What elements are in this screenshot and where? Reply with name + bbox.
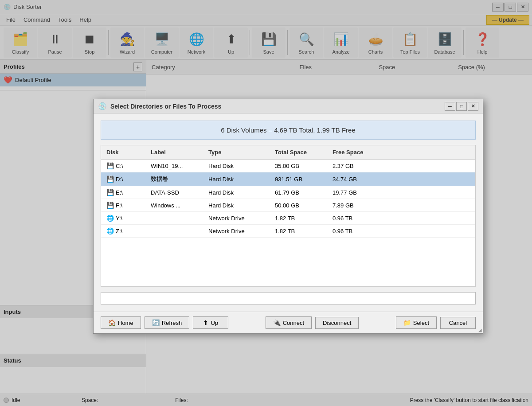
modal-controls: ─ □ ✕ bbox=[445, 102, 478, 111]
refresh-icon: 🔄 bbox=[152, 319, 160, 326]
disk-col-free: Free Space bbox=[327, 147, 385, 157]
disk-cell-type: Hard Disk bbox=[203, 161, 270, 171]
disk-cell-total: 35.00 GB bbox=[270, 161, 327, 171]
disk-table-header: Disk Label Type Total Space Free Space bbox=[101, 145, 475, 160]
disk-cell-label: Windows ... bbox=[145, 201, 203, 210]
disk-cell-free: 2.37 GB bbox=[327, 161, 385, 171]
cancel-button[interactable]: Cancel bbox=[440, 317, 476, 329]
disk-cell-disk: 💾 D:\ bbox=[101, 174, 145, 184]
disk-cell-free: 0.96 TB bbox=[327, 226, 385, 236]
modal-overlay: 💿 Select Directories or Files To Process… bbox=[0, 0, 532, 406]
disk-col-type: Type bbox=[203, 147, 270, 157]
disk-cell-type: Hard Disk bbox=[203, 188, 270, 197]
up-arrow-icon: ⬆ bbox=[203, 319, 208, 326]
select-directories-modal: 💿 Select Directories or Files To Process… bbox=[93, 99, 483, 334]
disk-cell-disk: 🌐 Y:\ bbox=[101, 213, 145, 223]
connect-label: Connect bbox=[283, 320, 304, 326]
modal-title: Select Directories or Files To Process bbox=[110, 103, 441, 110]
disk-cell-total: 1.82 TB bbox=[270, 226, 327, 236]
select-button[interactable]: 📁 Select bbox=[396, 316, 437, 329]
home-button[interactable]: 🏠 Home bbox=[101, 316, 141, 329]
disk-cell-type: Network Drive bbox=[203, 226, 270, 236]
disk-cell-disk: 🌐 Z:\ bbox=[101, 226, 145, 236]
disk-cell-type: Hard Disk bbox=[203, 175, 270, 184]
disconnect-button[interactable]: Disconnect bbox=[315, 317, 359, 329]
disk-cell-type: Hard Disk bbox=[203, 201, 270, 210]
resize-handle[interactable]: ◢ bbox=[478, 328, 482, 332]
disk-col-total: Total Space bbox=[270, 147, 327, 157]
disk-row[interactable]: 🌐 Y:\ Network Drive 1.82 TB 0.96 TB bbox=[101, 212, 475, 225]
disk-cell-disk: 💾 C:\ bbox=[101, 161, 145, 171]
disk-col-label: Label bbox=[145, 147, 203, 157]
disk-drive-icon: 💾 bbox=[106, 189, 114, 196]
path-input[interactable] bbox=[101, 292, 476, 304]
disk-cell-free: 34.74 GB bbox=[327, 175, 385, 184]
disk-cell-free: 7.89 GB bbox=[327, 201, 385, 210]
refresh-label: Refresh bbox=[162, 320, 182, 326]
up-button[interactable]: ⬆ Up bbox=[193, 316, 228, 329]
home-label: Home bbox=[118, 320, 133, 326]
cancel-label: Cancel bbox=[449, 320, 467, 326]
disk-cell-total: 61.79 GB bbox=[270, 188, 327, 197]
disconnect-label: Disconnect bbox=[323, 320, 351, 326]
disk-cell-label: 数据卷 bbox=[145, 174, 203, 184]
disk-cell-label bbox=[145, 230, 203, 232]
select-icon: 📁 bbox=[403, 319, 411, 326]
modal-titlebar: 💿 Select Directories or Files To Process… bbox=[94, 99, 483, 113]
disk-cell-label bbox=[145, 217, 203, 219]
disk-drive-icon: 🌐 bbox=[106, 215, 114, 222]
disk-cell-free: 0.96 TB bbox=[327, 214, 385, 223]
disk-cell-free: 19.77 GB bbox=[327, 188, 385, 197]
disk-row[interactable]: 💾 F:\ Windows ... Hard Disk 50.00 GB 7.8… bbox=[101, 199, 475, 212]
disk-cell-total: 931.51 GB bbox=[270, 175, 327, 184]
disk-cell-total: 1.82 TB bbox=[270, 214, 327, 223]
modal-footer: 🏠 Home 🔄 Refresh ⬆ Up 🔌 Connect Disconne… bbox=[94, 312, 483, 333]
modal-maximize-button[interactable]: □ bbox=[456, 102, 467, 111]
disk-drive-icon: 💾 bbox=[106, 176, 114, 183]
disk-cell-total: 50.00 GB bbox=[270, 201, 327, 210]
disk-cell-disk: 💾 E:\ bbox=[101, 187, 145, 197]
modal-close-button[interactable]: ✕ bbox=[468, 102, 478, 111]
path-input-row bbox=[101, 292, 476, 304]
disk-cell-label: WIN10_19... bbox=[145, 161, 203, 171]
disk-cell-label: DATA-SSD bbox=[145, 188, 203, 197]
disk-cell-disk: 💾 F:\ bbox=[101, 200, 145, 210]
modal-minimize-button[interactable]: ─ bbox=[445, 102, 455, 111]
modal-body: 6 Disk Volumes – 4.69 TB Total, 1.99 TB … bbox=[94, 113, 483, 312]
disk-table: Disk Label Type Total Space Free Space 💾… bbox=[101, 145, 476, 287]
disk-row[interactable]: 💾 C:\ WIN10_19... Hard Disk 35.00 GB 2.3… bbox=[101, 160, 475, 172]
home-icon: 🏠 bbox=[108, 319, 116, 326]
disk-cell-type: Network Drive bbox=[203, 214, 270, 223]
disk-summary: 6 Disk Volumes – 4.69 TB Total, 1.99 TB … bbox=[101, 121, 476, 140]
disk-col-disk: Disk bbox=[101, 147, 145, 157]
connect-button[interactable]: 🔌 Connect bbox=[266, 316, 312, 329]
disk-row[interactable]: 🌐 Z:\ Network Drive 1.82 TB 0.96 TB bbox=[101, 225, 475, 238]
select-label: Select bbox=[413, 320, 429, 326]
connect-icon: 🔌 bbox=[273, 319, 281, 326]
disk-drive-icon: 💾 bbox=[106, 162, 114, 169]
up-label: Up bbox=[211, 320, 218, 326]
disk-row[interactable]: 💾 D:\ 数据卷 Hard Disk 931.51 GB 34.74 GB bbox=[101, 172, 475, 186]
refresh-button[interactable]: 🔄 Refresh bbox=[145, 316, 190, 329]
disk-drive-icon: 🌐 bbox=[106, 227, 114, 234]
disk-row[interactable]: 💾 E:\ DATA-SSD Hard Disk 61.79 GB 19.77 … bbox=[101, 186, 475, 199]
disk-drive-icon: 💾 bbox=[106, 202, 114, 209]
disk-rows-container: 💾 C:\ WIN10_19... Hard Disk 35.00 GB 2.3… bbox=[101, 160, 475, 238]
modal-title-icon: 💿 bbox=[98, 102, 107, 110]
